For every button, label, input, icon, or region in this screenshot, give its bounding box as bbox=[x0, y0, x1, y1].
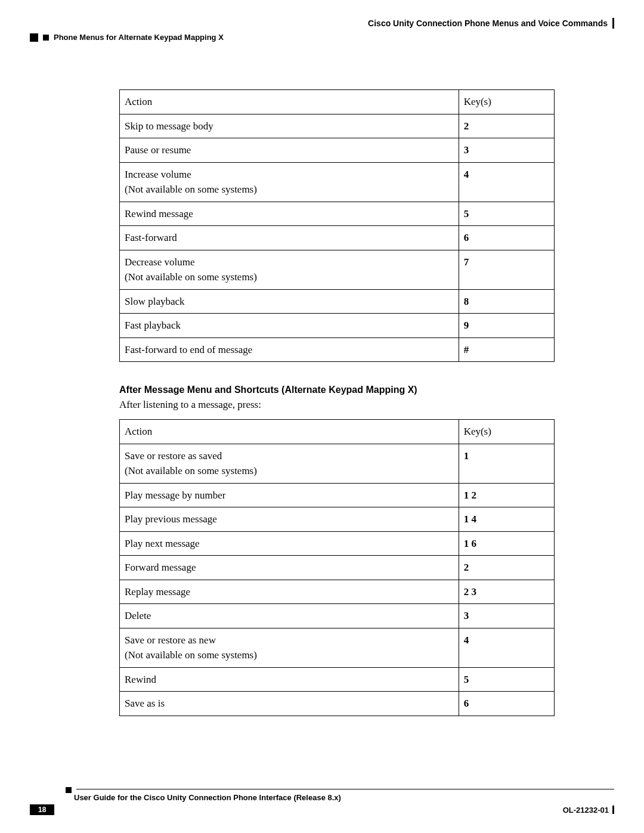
cell-key: 3 bbox=[459, 138, 554, 163]
table-row: Decrease volume (Not available on some s… bbox=[120, 250, 555, 289]
col-action: Action bbox=[120, 90, 459, 114]
cell-key: 4 bbox=[459, 628, 554, 667]
footer: User Guide for the Cisco Unity Connectio… bbox=[30, 787, 614, 815]
footer-bar-icon bbox=[612, 806, 614, 814]
cell-action: Forward message bbox=[120, 556, 459, 580]
cell-action: Rewind bbox=[120, 667, 459, 692]
cell-action: Delete bbox=[120, 604, 459, 628]
action-note: (Not available on some systems) bbox=[125, 465, 257, 476]
table-after-message: Action Key(s) Save or restore as saved (… bbox=[119, 419, 555, 716]
doc-id: OL-21232-01 bbox=[563, 806, 609, 815]
table-row: Play message by number 1 2 bbox=[120, 483, 555, 507]
doc-title: Cisco Unity Connection Phone Menus and V… bbox=[319, 18, 608, 28]
cell-action: Replay message bbox=[120, 580, 459, 604]
cell-action: Play message by number bbox=[120, 483, 459, 507]
page: Cisco Unity Connection Phone Menus and V… bbox=[0, 0, 644, 833]
footer-right: OL-21232-01 bbox=[563, 806, 614, 815]
breadcrumb: Phone Menus for Alternate Keypad Mapping… bbox=[30, 33, 614, 42]
table-header-row: Action Key(s) bbox=[120, 420, 555, 444]
col-key: Key(s) bbox=[459, 420, 554, 444]
cell-key: 6 bbox=[459, 692, 554, 716]
cell-action: Decrease volume (Not available on some s… bbox=[120, 250, 459, 289]
cell-key: 2 bbox=[459, 556, 554, 580]
cell-key: 1 2 bbox=[459, 483, 554, 507]
cell-action: Skip to message body bbox=[120, 114, 459, 138]
footer-line bbox=[66, 787, 614, 793]
table-row: Fast-forward 6 bbox=[120, 226, 555, 250]
cell-action: Save as is bbox=[120, 692, 459, 716]
cell-key: 5 bbox=[459, 202, 554, 226]
cell-action: Play next message bbox=[120, 531, 459, 556]
cell-key: 1 4 bbox=[459, 507, 554, 532]
cell-key: 1 6 bbox=[459, 531, 554, 556]
cell-key: 1 bbox=[459, 444, 554, 483]
section-title: Phone Menus for Alternate Keypad Mapping… bbox=[54, 33, 224, 42]
divider bbox=[76, 789, 614, 789]
cell-action: Fast-forward bbox=[120, 226, 459, 250]
cell-key: # bbox=[459, 337, 554, 362]
action-note: (Not available on some systems) bbox=[125, 649, 257, 661]
table-header-row: Action Key(s) bbox=[120, 90, 555, 114]
cell-action: Play previous message bbox=[120, 507, 459, 532]
table-during-message: Action Key(s) Skip to message body 2 Pau… bbox=[119, 89, 555, 362]
table-row: Play previous message 1 4 bbox=[120, 507, 555, 532]
guide-title: User Guide for the Cisco Unity Connectio… bbox=[74, 793, 614, 802]
cell-action: Save or restore as new (Not available on… bbox=[120, 628, 459, 667]
cell-key: 5 bbox=[459, 667, 554, 692]
table-row: Save as is 6 bbox=[120, 692, 555, 716]
cell-action: Save or restore as saved (Not available … bbox=[120, 444, 459, 483]
col-action: Action bbox=[120, 420, 459, 444]
table-row: Save or restore as new (Not available on… bbox=[120, 628, 555, 667]
cell-action: Fast-forward to end of message bbox=[120, 337, 459, 362]
content: Action Key(s) Skip to message body 2 Pau… bbox=[119, 89, 555, 716]
header-bar-icon bbox=[612, 18, 614, 29]
cell-key: 2 3 bbox=[459, 580, 554, 604]
table-row: Increase volume (Not available on some s… bbox=[120, 162, 555, 202]
footer-bottom: 18 OL-21232-01 bbox=[30, 804, 614, 815]
cell-key: 8 bbox=[459, 289, 554, 314]
table-row: Rewind 5 bbox=[120, 667, 555, 692]
cell-key: 4 bbox=[459, 162, 554, 202]
table-row: Fast playback 9 bbox=[120, 314, 555, 338]
action-text: Save or restore as new bbox=[125, 634, 216, 646]
table-row: Delete 3 bbox=[120, 604, 555, 628]
page-number: 18 bbox=[30, 804, 54, 815]
cell-action: Fast playback bbox=[120, 314, 459, 338]
square-icon bbox=[66, 787, 72, 793]
cell-key: 2 bbox=[459, 114, 554, 138]
action-text: Increase volume bbox=[125, 169, 191, 180]
table-row: Rewind message 5 bbox=[120, 202, 555, 226]
section-heading: After Message Menu and Shortcuts (Altern… bbox=[119, 385, 555, 395]
square-icon bbox=[30, 33, 38, 42]
cell-action: Rewind message bbox=[120, 202, 459, 226]
table-row: Fast-forward to end of message # bbox=[120, 337, 555, 362]
col-key: Key(s) bbox=[459, 90, 554, 114]
cell-action: Increase volume (Not available on some s… bbox=[120, 162, 459, 202]
table-row: Skip to message body 2 bbox=[120, 114, 555, 138]
cell-key: 7 bbox=[459, 250, 554, 289]
table-row: Replay message 2 3 bbox=[120, 580, 555, 604]
table-row: Save or restore as saved (Not available … bbox=[120, 444, 555, 483]
action-text: Decrease volume bbox=[125, 256, 195, 268]
cell-key: 3 bbox=[459, 604, 554, 628]
section-intro: After listening to a message, press: bbox=[119, 399, 555, 411]
top-header: Cisco Unity Connection Phone Menus and V… bbox=[30, 18, 614, 32]
table-row: Pause or resume 3 bbox=[120, 138, 555, 163]
action-note: (Not available on some systems) bbox=[125, 271, 257, 283]
table-row: Play next message 1 6 bbox=[120, 531, 555, 556]
action-text: Save or restore as saved bbox=[125, 450, 222, 462]
table-row: Slow playback 8 bbox=[120, 289, 555, 314]
table-row: Forward message 2 bbox=[120, 556, 555, 580]
cell-key: 6 bbox=[459, 226, 554, 250]
cell-action: Pause or resume bbox=[120, 138, 459, 163]
square-icon bbox=[43, 35, 49, 41]
cell-key: 9 bbox=[459, 314, 554, 338]
action-note: (Not available on some systems) bbox=[125, 184, 257, 195]
cell-action: Slow playback bbox=[120, 289, 459, 314]
